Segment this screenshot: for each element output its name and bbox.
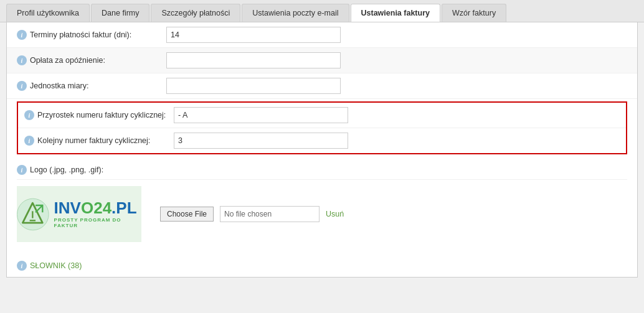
logo-tagline: PROSTY PROGRAM DO FAKTUR xyxy=(54,217,141,228)
tab-ustawienia-faktury[interactable]: Ustawienia faktury xyxy=(351,4,440,22)
delete-logo-link[interactable]: Usuń xyxy=(326,210,344,218)
logo-brand-inv: INV xyxy=(54,199,81,217)
logo-content: INVO24.PL PROSTY PROGRAM DO FAKTUR Choos… xyxy=(17,180,627,248)
file-upload-row: Choose File No file chosen Usuń xyxy=(160,206,344,222)
form-row-oplata: i Opłata za opóźnienie: xyxy=(7,48,637,73)
highlighted-cyclic-section: i Przyrostek numeru faktury cyklicznej: … xyxy=(17,101,627,154)
input-jednostka[interactable] xyxy=(166,78,341,94)
logo-brand-o24: O24 xyxy=(81,199,111,217)
logo-label-row: i Logo (.jpg, .png, .gif): xyxy=(17,161,627,180)
label-oplata: i Opłata za opóźnienie: xyxy=(17,55,166,65)
tabs-bar: Profil użytkownika Dane firmy Szczegóły … xyxy=(0,0,644,22)
input-terminy[interactable] xyxy=(166,27,341,43)
tab-wzor[interactable]: Wzór faktury xyxy=(442,4,506,22)
label-kolejny: i Kolejny numer faktury cyklicznej: xyxy=(24,136,174,146)
info-icon-oplata: i xyxy=(17,55,27,65)
label-jednostka: i Jednostka miary: xyxy=(17,81,166,91)
footer-section: i SŁOWNIK (38) xyxy=(7,255,637,277)
label-przyrostek-text: Przyrostek numeru faktury cyklicznej: xyxy=(37,111,166,119)
info-icon-jednostka: i xyxy=(17,81,27,91)
form-row-jednostka: i Jednostka miary: xyxy=(7,73,637,99)
label-terminy: i Terminy płatności faktur (dni): xyxy=(17,30,166,40)
app-container: Profil użytkownika Dane firmy Szczegóły … xyxy=(0,0,644,313)
tab-dane-firmy[interactable]: Dane firmy xyxy=(91,4,149,22)
tab-poczta[interactable]: Ustawienia poczty e-mail xyxy=(242,4,349,22)
logo-preview: INVO24.PL PROSTY PROGRAM DO FAKTUR xyxy=(17,186,141,242)
tab-profil[interactable]: Profil użytkownika xyxy=(6,4,90,22)
label-jednostka-text: Jednostka miary: xyxy=(30,82,88,90)
logo-label-text: Logo (.jpg, .png, .gif): xyxy=(30,166,103,174)
logo-brand: INVO24.PL xyxy=(54,200,141,216)
logo-section: i Logo (.jpg, .png, .gif): xyxy=(7,157,637,255)
file-name-display: No file chosen xyxy=(220,206,320,222)
info-icon-kolejny: i xyxy=(24,136,34,146)
info-icon-slownik: i xyxy=(17,261,27,271)
logo-inner: INVO24.PL PROSTY PROGRAM DO FAKTUR xyxy=(17,197,141,231)
form-row-kolejny: i Kolejny numer faktury cyklicznej: xyxy=(18,128,626,153)
form-row-terminy: i Terminy płatności faktur (dni): xyxy=(7,22,637,48)
input-oplata[interactable] xyxy=(166,52,341,68)
info-icon-przyrostek: i xyxy=(24,110,34,120)
form-row-przyrostek: i Przyrostek numeru faktury cyklicznej: xyxy=(18,103,626,128)
logo-text-block: INVO24.PL PROSTY PROGRAM DO FAKTUR xyxy=(54,200,141,228)
info-icon-logo: i xyxy=(17,165,27,175)
input-kolejny[interactable] xyxy=(174,133,348,149)
label-terminy-text: Terminy płatności faktur (dni): xyxy=(30,30,131,39)
content-area: i Terminy płatności faktur (dni): i Opła… xyxy=(6,22,638,278)
logo-brand-pl: .PL xyxy=(111,199,136,217)
info-icon-terminy: i xyxy=(17,30,27,40)
input-przyrostek[interactable] xyxy=(174,107,348,123)
label-oplata-text: Opłata za opóźnienie: xyxy=(30,56,105,65)
dictionary-link[interactable]: SŁOWNIK (38) xyxy=(30,261,82,270)
label-kolejny-text: Kolejny numer faktury cyklicznej: xyxy=(37,136,150,145)
label-przyrostek: i Przyrostek numeru faktury cyklicznej: xyxy=(24,110,174,120)
choose-file-button[interactable]: Choose File xyxy=(160,207,214,222)
logo-svg-icon xyxy=(17,197,49,231)
tab-szczegoly[interactable]: Szczegóły płatności xyxy=(151,4,240,22)
